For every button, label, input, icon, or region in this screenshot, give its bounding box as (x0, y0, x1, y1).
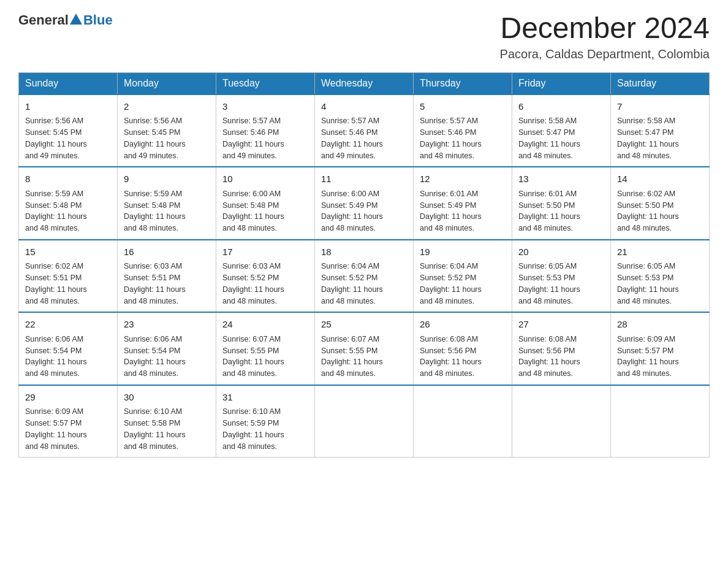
day-info: Sunrise: 6:02 AMSunset: 5:50 PMDaylight:… (617, 188, 703, 234)
page-title: December 2024 (500, 12, 710, 45)
calendar-cell (315, 385, 414, 458)
day-info: Sunrise: 6:01 AMSunset: 5:50 PMDaylight:… (518, 188, 604, 234)
calendar-cell: 8Sunrise: 5:59 AMSunset: 5:48 PMDaylight… (19, 167, 118, 240)
day-number: 11 (321, 172, 407, 186)
calendar-cell: 7Sunrise: 5:58 AMSunset: 5:47 PMDaylight… (611, 94, 710, 167)
day-info: Sunrise: 5:57 AMSunset: 5:46 PMDaylight:… (420, 115, 506, 161)
day-number: 18 (321, 245, 407, 259)
day-number: 29 (25, 391, 111, 405)
day-number: 28 (617, 318, 703, 332)
day-info: Sunrise: 6:10 AMSunset: 5:59 PMDaylight:… (222, 406, 308, 452)
calendar-cell: 24Sunrise: 6:07 AMSunset: 5:55 PMDayligh… (216, 312, 315, 385)
calendar-cell: 18Sunrise: 6:04 AMSunset: 5:52 PMDayligh… (315, 240, 414, 313)
day-number: 23 (124, 318, 210, 332)
calendar-cell: 16Sunrise: 6:03 AMSunset: 5:51 PMDayligh… (118, 240, 216, 313)
day-info: Sunrise: 6:00 AMSunset: 5:48 PMDaylight:… (222, 188, 308, 234)
day-number: 10 (222, 172, 308, 186)
day-info: Sunrise: 6:01 AMSunset: 5:49 PMDaylight:… (420, 188, 506, 234)
day-info: Sunrise: 5:59 AMSunset: 5:48 PMDaylight:… (25, 188, 111, 234)
day-info: Sunrise: 6:10 AMSunset: 5:58 PMDaylight:… (124, 406, 210, 452)
calendar-week-row: 15Sunrise: 6:02 AMSunset: 5:51 PMDayligh… (19, 240, 710, 313)
day-number: 22 (25, 318, 111, 332)
logo: General Blue (18, 12, 113, 28)
day-of-week-header: Sunday (19, 72, 118, 94)
day-number: 7 (617, 100, 703, 114)
calendar-cell: 17Sunrise: 6:03 AMSunset: 5:52 PMDayligh… (216, 240, 315, 313)
calendar-cell: 29Sunrise: 6:09 AMSunset: 5:57 PMDayligh… (19, 385, 118, 458)
day-info: Sunrise: 5:58 AMSunset: 5:47 PMDaylight:… (617, 115, 703, 161)
day-number: 8 (25, 172, 111, 186)
calendar-cell: 3Sunrise: 5:57 AMSunset: 5:46 PMDaylight… (216, 94, 315, 167)
day-info: Sunrise: 5:58 AMSunset: 5:47 PMDaylight:… (518, 115, 604, 161)
day-number: 1 (25, 100, 111, 114)
calendar-cell: 26Sunrise: 6:08 AMSunset: 5:56 PMDayligh… (414, 312, 512, 385)
calendar-cell: 25Sunrise: 6:07 AMSunset: 5:55 PMDayligh… (315, 312, 414, 385)
day-number: 17 (222, 245, 308, 259)
day-of-week-header: Thursday (414, 72, 512, 94)
day-info: Sunrise: 6:05 AMSunset: 5:53 PMDaylight:… (617, 261, 703, 307)
day-info: Sunrise: 5:57 AMSunset: 5:46 PMDaylight:… (222, 115, 308, 161)
calendar-cell: 11Sunrise: 6:00 AMSunset: 5:49 PMDayligh… (315, 167, 414, 240)
day-number: 24 (222, 318, 308, 332)
day-info: Sunrise: 6:02 AMSunset: 5:51 PMDaylight:… (25, 261, 111, 307)
day-info: Sunrise: 6:03 AMSunset: 5:51 PMDaylight:… (124, 261, 210, 307)
logo-triangle-icon (70, 13, 82, 25)
day-info: Sunrise: 6:08 AMSunset: 5:56 PMDaylight:… (518, 334, 604, 380)
day-info: Sunrise: 6:09 AMSunset: 5:57 PMDaylight:… (617, 334, 703, 380)
day-of-week-header: Saturday (611, 72, 710, 94)
header-right: December 2024 Pacora, Caldas Department,… (500, 12, 710, 61)
day-info: Sunrise: 6:07 AMSunset: 5:55 PMDaylight:… (321, 334, 407, 380)
calendar-cell: 5Sunrise: 5:57 AMSunset: 5:46 PMDaylight… (414, 94, 512, 167)
day-of-week-header: Wednesday (315, 72, 414, 94)
day-info: Sunrise: 6:04 AMSunset: 5:52 PMDaylight:… (420, 261, 506, 307)
day-info: Sunrise: 6:04 AMSunset: 5:52 PMDaylight:… (321, 261, 407, 307)
calendar-week-row: 22Sunrise: 6:06 AMSunset: 5:54 PMDayligh… (19, 312, 710, 385)
day-number: 16 (124, 245, 210, 259)
day-info: Sunrise: 6:03 AMSunset: 5:52 PMDaylight:… (222, 261, 308, 307)
calendar-cell: 19Sunrise: 6:04 AMSunset: 5:52 PMDayligh… (414, 240, 512, 313)
day-info: Sunrise: 6:07 AMSunset: 5:55 PMDaylight:… (222, 334, 308, 380)
day-number: 19 (420, 245, 506, 259)
day-number: 6 (518, 100, 604, 114)
logo-text-general: General (18, 12, 69, 28)
calendar-cell: 2Sunrise: 5:56 AMSunset: 5:45 PMDaylight… (118, 94, 216, 167)
day-of-week-header: Friday (512, 72, 611, 94)
day-number: 15 (25, 245, 111, 259)
calendar-week-row: 1Sunrise: 5:56 AMSunset: 5:45 PMDaylight… (19, 94, 710, 167)
day-number: 4 (321, 100, 407, 114)
calendar-cell (512, 385, 611, 458)
page-header: General Blue December 2024 Pacora, Calda… (18, 12, 710, 61)
day-number: 5 (420, 100, 506, 114)
day-info: Sunrise: 5:56 AMSunset: 5:45 PMDaylight:… (124, 115, 210, 161)
calendar-week-row: 29Sunrise: 6:09 AMSunset: 5:57 PMDayligh… (19, 385, 710, 458)
calendar-cell (611, 385, 710, 458)
calendar-cell (414, 385, 512, 458)
calendar-cell: 28Sunrise: 6:09 AMSunset: 5:57 PMDayligh… (611, 312, 710, 385)
calendar-cell: 14Sunrise: 6:02 AMSunset: 5:50 PMDayligh… (611, 167, 710, 240)
day-info: Sunrise: 6:09 AMSunset: 5:57 PMDaylight:… (25, 406, 111, 452)
calendar-cell: 31Sunrise: 6:10 AMSunset: 5:59 PMDayligh… (216, 385, 315, 458)
day-number: 9 (124, 172, 210, 186)
day-number: 30 (124, 391, 210, 405)
day-info: Sunrise: 6:06 AMSunset: 5:54 PMDaylight:… (25, 334, 111, 380)
day-number: 25 (321, 318, 407, 332)
calendar-cell: 12Sunrise: 6:01 AMSunset: 5:49 PMDayligh… (414, 167, 512, 240)
calendar-header: SundayMondayTuesdayWednesdayThursdayFrid… (19, 72, 710, 94)
calendar-cell: 15Sunrise: 6:02 AMSunset: 5:51 PMDayligh… (19, 240, 118, 313)
calendar-cell: 27Sunrise: 6:08 AMSunset: 5:56 PMDayligh… (512, 312, 611, 385)
day-of-week-header: Tuesday (216, 72, 315, 94)
page-subtitle: Pacora, Caldas Department, Colombia (500, 47, 710, 61)
calendar-cell: 4Sunrise: 5:57 AMSunset: 5:46 PMDaylight… (315, 94, 414, 167)
calendar-cell: 10Sunrise: 6:00 AMSunset: 5:48 PMDayligh… (216, 167, 315, 240)
day-number: 2 (124, 100, 210, 114)
day-number: 13 (518, 172, 604, 186)
day-number: 12 (420, 172, 506, 186)
day-number: 20 (518, 245, 604, 259)
day-of-week-header: Monday (118, 72, 216, 94)
day-info: Sunrise: 6:05 AMSunset: 5:53 PMDaylight:… (518, 261, 604, 307)
day-number: 21 (617, 245, 703, 259)
day-number: 27 (518, 318, 604, 332)
calendar-cell: 23Sunrise: 6:06 AMSunset: 5:54 PMDayligh… (118, 312, 216, 385)
day-info: Sunrise: 5:59 AMSunset: 5:48 PMDaylight:… (124, 188, 210, 234)
calendar-cell: 30Sunrise: 6:10 AMSunset: 5:58 PMDayligh… (118, 385, 216, 458)
